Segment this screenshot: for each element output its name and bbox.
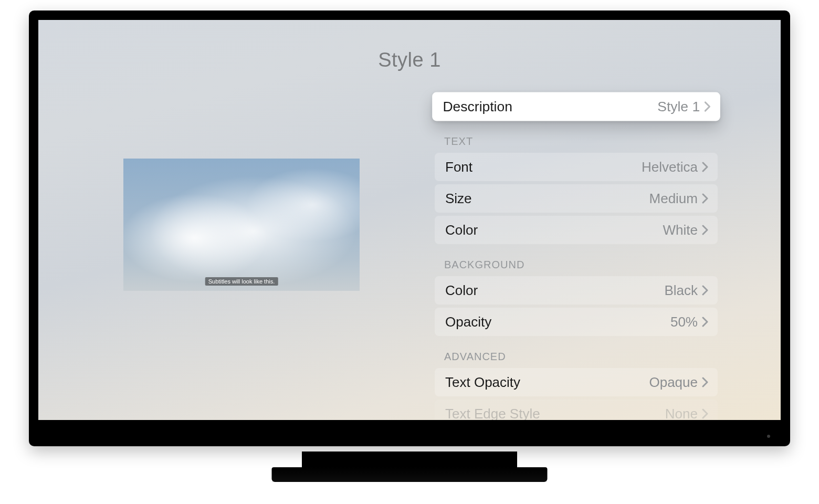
row-value: Medium (649, 191, 708, 207)
section-advanced: ADVANCED Text Opacity Opaque Text Edge S… (435, 345, 718, 420)
row-text-color[interactable]: Color White (435, 216, 718, 244)
row-label: Font (445, 159, 472, 175)
row-background-color[interactable]: Color Black (435, 276, 718, 304)
settings-list: Description Style 1 TEXT Font Helvetica (435, 92, 718, 420)
row-label: Text Edge Style (445, 406, 540, 421)
chevron-right-icon (704, 101, 710, 112)
chevron-right-icon (702, 162, 708, 172)
screen: Style 1 Subtitles will look like this. D… (38, 20, 781, 420)
row-value: 50% (670, 314, 708, 330)
row-value: Style 1 (657, 98, 710, 115)
row-description[interactable]: Description Style 1 (432, 92, 720, 121)
tv-power-indicator (767, 435, 770, 438)
section-header-text: TEXT (435, 130, 718, 153)
subtitle-preview: Subtitles will look like this. (123, 159, 360, 291)
row-value: None (665, 406, 708, 421)
tv-stand-base (272, 467, 548, 482)
chevron-right-icon (702, 225, 708, 235)
section-header-background: BACKGROUND (435, 254, 718, 276)
tv-stand (302, 452, 517, 467)
row-label: Color (445, 222, 478, 238)
page-title: Style 1 (38, 49, 781, 71)
tv-frame: Style 1 Subtitles will look like this. D… (29, 10, 790, 446)
row-label: Color (445, 282, 478, 299)
chevron-right-icon (702, 317, 708, 327)
row-background-opacity[interactable]: Opacity 50% (435, 308, 718, 336)
row-value: White (663, 222, 708, 238)
row-label: Size (445, 191, 472, 207)
row-text-edge-style[interactable]: Text Edge Style None (435, 400, 718, 420)
row-value: Opaque (649, 374, 708, 391)
row-label: Opacity (445, 314, 491, 330)
row-text-opacity[interactable]: Text Opacity Opaque (435, 368, 718, 396)
section-background: BACKGROUND Color Black Opacity 50% (435, 254, 718, 336)
row-label: Text Opacity (445, 374, 520, 391)
row-font[interactable]: Font Helvetica (435, 153, 718, 181)
chevron-right-icon (702, 408, 708, 419)
section-text: TEXT Font Helvetica Size Medium (435, 130, 718, 244)
row-label: Description (443, 98, 512, 115)
chevron-right-icon (702, 193, 708, 204)
row-value: Helvetica (642, 159, 708, 175)
chevron-right-icon (702, 285, 708, 296)
subtitle-sample-text: Subtitles will look like this. (205, 277, 278, 286)
row-value: Black (664, 282, 708, 299)
chevron-right-icon (702, 377, 708, 387)
row-size[interactable]: Size Medium (435, 184, 718, 213)
section-header-advanced: ADVANCED (435, 345, 718, 368)
